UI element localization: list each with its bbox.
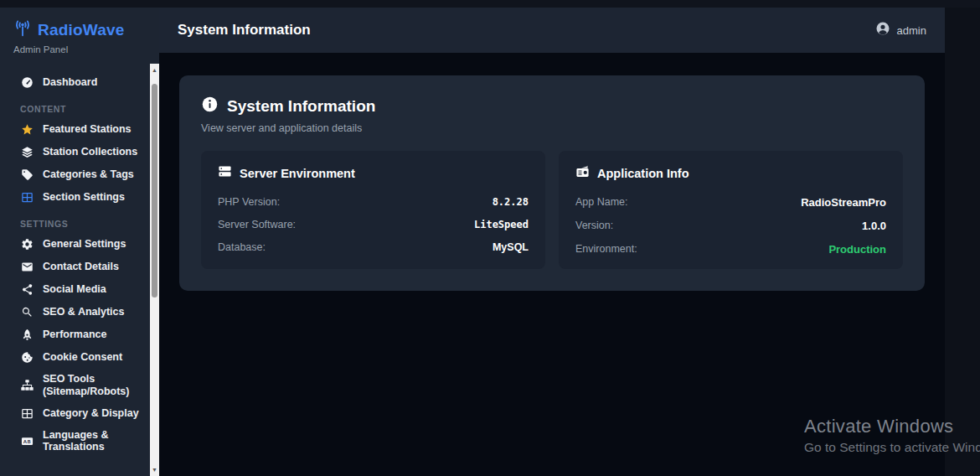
main-content: System Information View server and appli…: [159, 53, 945, 476]
translate-icon: AB: [20, 434, 34, 448]
user-name: admin: [897, 24, 926, 37]
sidebar-item-categories-tags[interactable]: Categories & Tags: [7, 163, 147, 186]
sidebar-item-category-display[interactable]: Category & Display: [7, 402, 147, 425]
sidebar: RadioWave Admin Panel Dashboard CONTENT …: [0, 8, 159, 476]
row-value: MySQL: [493, 241, 529, 253]
share-icon: [20, 282, 34, 297]
sidebar-section-content: CONTENT: [7, 94, 147, 118]
row-value-environment: Production: [828, 243, 886, 256]
dashboard-icon: [20, 75, 34, 90]
sidebar-item-languages-translations[interactable]: AB Languages & Translations: [7, 425, 147, 458]
application-info-card: Application Info App Name: RadioStreamPr…: [559, 151, 903, 269]
panel-subtitle: View server and application details: [201, 122, 903, 134]
svg-text:A: A: [23, 439, 28, 444]
info-row: App Name: RadioStreamPro: [575, 190, 886, 214]
grid-icon: [20, 406, 34, 421]
row-label: App Name:: [575, 196, 628, 208]
radio-icon: [575, 164, 590, 182]
sidebar-item-label: Categories & Tags: [43, 168, 134, 181]
brand-subtitle: Admin Panel: [13, 44, 146, 54]
brand-block: RadioWave Admin Panel: [0, 8, 159, 63]
layers-icon: [20, 145, 34, 159]
tag-icon: [20, 168, 34, 182]
sidebar-item-contact-details[interactable]: Contact Details: [7, 256, 147, 278]
sidebar-item-label: Dashboard: [43, 76, 97, 89]
sidebar-nav: Dashboard CONTENT Featured Stations Stat…: [0, 63, 159, 458]
table-icon: [20, 190, 34, 204]
window-top-strip: [0, 0, 980, 8]
row-value: RadioStreamPro: [801, 196, 886, 209]
top-header: System Information admin: [159, 8, 945, 53]
system-information-panel: System Information View server and appli…: [179, 75, 925, 291]
sidebar-item-label: General Settings: [43, 238, 126, 251]
info-row: PHP Version: 8.2.28: [218, 190, 529, 213]
sidebar-item-label: Featured Stations: [43, 123, 132, 136]
sitemap-icon: [20, 378, 34, 392]
sidebar-item-seo-analytics[interactable]: SEO & Analytics: [7, 301, 147, 323]
sidebar-item-label: SEO & Analytics: [43, 306, 125, 318]
sidebar-section-settings: SETTINGS: [7, 209, 147, 233]
scrollbar-thumb[interactable]: [152, 84, 157, 298]
star-icon: [20, 122, 34, 137]
user-menu[interactable]: admin: [875, 21, 926, 39]
row-label: Server Software:: [218, 219, 296, 230]
sidebar-item-seo-tools[interactable]: SEO Tools (Sitemap/Robots): [7, 369, 147, 402]
row-label: Environment:: [575, 243, 637, 255]
broadcast-tower-icon: [13, 19, 32, 41]
sidebar-item-label: Station Collections: [43, 146, 137, 158]
sidebar-item-label: Performance: [43, 329, 106, 341]
sidebar-item-label: Social Media: [43, 283, 106, 296]
sidebar-item-featured-stations[interactable]: Featured Stations: [7, 118, 147, 141]
card-title: Server Environment: [240, 167, 355, 180]
sidebar-item-section-settings[interactable]: Section Settings: [7, 186, 147, 209]
search-icon: [20, 305, 34, 319]
row-label: Database:: [218, 241, 266, 253]
page-right-gutter: [945, 8, 980, 476]
info-row: Database: MySQL: [218, 235, 529, 258]
sidebar-item-social-media[interactable]: Social Media: [7, 278, 147, 301]
info-row: Version: 1.0.0: [575, 214, 886, 237]
cookie-icon: [20, 350, 34, 365]
info-row: Environment: Production: [575, 237, 886, 261]
svg-text:B: B: [28, 439, 31, 444]
row-value: LiteSpeed: [474, 219, 529, 230]
sidebar-item-dashboard[interactable]: Dashboard: [7, 71, 147, 94]
page-title: System Information: [178, 22, 311, 39]
sidebar-item-performance[interactable]: Performance: [7, 323, 147, 346]
info-circle-icon: [201, 96, 219, 116]
sidebar-item-label: SEO Tools (Sitemap/Robots): [43, 373, 142, 398]
sidebar-item-label: Section Settings: [43, 191, 125, 204]
info-row: Server Software: LiteSpeed: [218, 213, 529, 235]
sidebar-item-station-collections[interactable]: Station Collections: [7, 141, 147, 163]
sidebar-item-cookie-consent[interactable]: Cookie Consent: [7, 346, 147, 369]
panel-title: System Information: [227, 97, 375, 116]
sidebar-item-label: Category & Display: [43, 407, 139, 420]
card-title: Application Info: [597, 167, 689, 180]
row-value: 8.2.28: [493, 196, 529, 208]
user-avatar-icon: [875, 21, 890, 39]
brand-name: RadioWave: [38, 21, 125, 39]
gear-icon: [20, 237, 34, 251]
row-label: PHP Version:: [218, 196, 280, 208]
server-environment-card: Server Environment PHP Version: 8.2.28 S…: [201, 151, 545, 269]
sidebar-item-general-settings[interactable]: General Settings: [7, 233, 147, 256]
sidebar-item-label: Contact Details: [43, 261, 119, 273]
row-label: Version:: [575, 220, 613, 231]
server-icon: [218, 164, 232, 182]
rocket-icon: [20, 328, 34, 342]
envelope-icon: [20, 260, 34, 274]
sidebar-item-label: Cookie Consent: [43, 351, 122, 364]
sidebar-item-label: Languages & Translations: [43, 429, 142, 454]
scrollbar-down-arrow[interactable]: ▼: [150, 463, 159, 476]
sidebar-scrollbar[interactable]: ▲ ▼: [150, 64, 159, 476]
row-value: 1.0.0: [862, 220, 886, 232]
scrollbar-up-arrow[interactable]: ▲: [150, 64, 159, 76]
